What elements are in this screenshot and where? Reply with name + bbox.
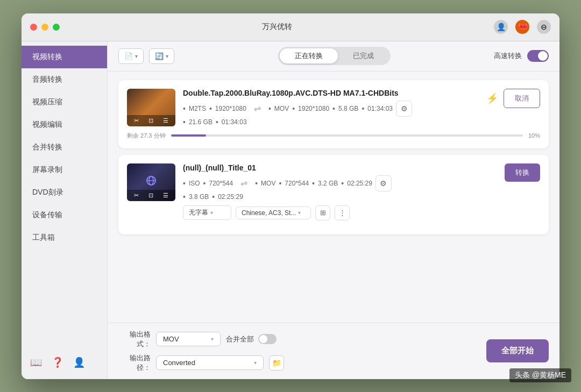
settings-button-2[interactable]: ⚙ xyxy=(375,175,392,191)
merge-label: 合并全部 xyxy=(226,334,254,344)
sidebar-item-device-transfer[interactable]: 设备传输 xyxy=(22,204,107,226)
speed-label: 高速转换 xyxy=(494,51,522,61)
file-2-actions: 转换 xyxy=(505,163,540,182)
sidebar-item-merge-convert[interactable]: 合并转换 xyxy=(22,136,107,159)
merge-toggle-area: 合并全部 xyxy=(226,334,277,344)
help-icon[interactable]: ❓ xyxy=(52,357,63,368)
subtitle-more-btn[interactable]: ⋮ xyxy=(335,205,350,220)
tab-completed[interactable]: 已完成 xyxy=(338,48,389,63)
file-2-src-meta2: • 3.8 GB • 02:25:29 xyxy=(183,193,497,201)
convert-button-2[interactable]: 转换 xyxy=(505,163,540,182)
film-icon xyxy=(143,174,159,190)
format-label: 输出格式： xyxy=(118,330,151,349)
book-icon[interactable]: 📖 xyxy=(30,357,42,368)
crop-icon-2[interactable]: ⊡ xyxy=(148,192,153,199)
sidebar-item-screen-record[interactable]: 屏幕录制 xyxy=(22,159,107,181)
sidebar-item-video-compress[interactable]: 视频压缩 xyxy=(22,91,107,113)
file-1-src-meta2: • 21.6 GB • 01:34:03 xyxy=(183,118,479,126)
gift-icon[interactable]: 🎀 xyxy=(515,20,529,34)
file-1-info: Double.Tap.2000.BluRay.1080p.AVC.DTS-HD … xyxy=(183,89,479,126)
sidebar: 视频转换 音频转换 视频压缩 视频编辑 合并转换 屏幕录制 DVD刻录 设备传输… xyxy=(22,41,108,379)
account-icon[interactable]: 👤 xyxy=(73,357,85,368)
file-card-1-top: ✂ ⊡ ☰ Double.Tap.2000.BluRay.1080p.AVC.D… xyxy=(127,89,540,126)
file-1-src-duration: 01:34:03 xyxy=(222,118,247,126)
effects-icon-2[interactable]: ☰ xyxy=(163,192,168,199)
sidebar-item-dvd-burn[interactable]: DVD刻录 xyxy=(22,181,107,204)
file-2-src-duration: 02:25:29 xyxy=(218,193,243,201)
refresh-arrow: ▾ xyxy=(166,53,168,59)
file-1-progress-bar xyxy=(171,134,523,137)
file-1-src-meta: • M2TS • 1920*1080 ⇌ • MOV • 1920*1080 • xyxy=(183,101,479,117)
file-2-dest-duration: 02:25:29 xyxy=(347,180,372,187)
audio-select[interactable]: Chinese, AC3, St... ▾ xyxy=(236,206,311,219)
path-arrow: ▾ xyxy=(254,360,257,366)
sidebar-item-toolbox[interactable]: 工具箱 xyxy=(22,226,107,249)
path-select[interactable]: Converted ▾ xyxy=(156,355,264,370)
file-1-progress-fill xyxy=(171,134,206,137)
subtitle-value: 无字幕 xyxy=(189,208,208,217)
file-1-dest-duration: 01:34:03 xyxy=(367,105,393,112)
speed-toggle[interactable] xyxy=(527,50,549,62)
subtitle-arrow: ▾ xyxy=(210,210,213,216)
file-card-2: ✂ ⊡ ☰ (null)_(null)_Title_01 • ISO • xyxy=(118,155,549,234)
user-icon[interactable]: 👤 xyxy=(494,20,508,34)
cut-icon[interactable]: ✂ xyxy=(134,117,139,124)
add-file-button[interactable]: 📄 ▾ xyxy=(118,48,144,64)
subtitle-edit-btn[interactable]: ⊞ xyxy=(315,205,330,220)
settings-button-1[interactable]: ⚙ xyxy=(396,101,412,117)
file-2-src-meta: • ISO • 720*544 ⇌ • MOV • 720*544 • 3.2 xyxy=(183,175,497,191)
crop-icon[interactable]: ⊡ xyxy=(148,117,153,124)
tab-container: 正在转换 已完成 xyxy=(278,47,391,65)
merge-toggle-knob xyxy=(259,335,267,343)
format-value: MOV xyxy=(163,335,179,343)
merge-toggle[interactable] xyxy=(258,334,277,344)
close-button[interactable] xyxy=(30,24,37,31)
thumbnail-1: ✂ ⊡ ☰ xyxy=(127,89,175,126)
sidebar-item-video-edit[interactable]: 视频编辑 xyxy=(22,113,107,136)
cancel-button-1[interactable]: 取消 xyxy=(504,89,540,108)
thumbnail-1-tools: ✂ ⊡ ☰ xyxy=(127,115,175,126)
cut-icon-2[interactable]: ✂ xyxy=(134,192,139,199)
path-value: Converted xyxy=(163,359,195,367)
traffic-lights xyxy=(30,24,60,31)
path-label: 输出路径： xyxy=(118,353,151,373)
file-2-src-format: ISO xyxy=(189,180,200,187)
sidebar-item-video-convert[interactable]: 视频转换 xyxy=(22,46,107,68)
format-select[interactable]: MOV ▾ xyxy=(156,332,221,346)
file-2-dest-format: MOV xyxy=(261,180,275,187)
file-1-dest-size: 5.8 GB xyxy=(338,105,358,112)
file-1-dest-resolution: 1920*1080 xyxy=(298,105,329,112)
add-folder-button[interactable]: 🔄 ▾ xyxy=(149,48,174,64)
tab-converting[interactable]: 正在转换 xyxy=(280,48,338,63)
sidebar-item-audio-convert[interactable]: 音频转换 xyxy=(22,68,107,91)
bottom-bar: 输出格式： MOV ▾ 合并全部 输出路径： xyxy=(108,323,559,379)
arrow-icon-1: ⇌ xyxy=(250,103,265,113)
bottom-row: 输出格式： MOV ▾ 合并全部 输出路径： xyxy=(118,330,476,373)
toolbar-right: 高速转换 xyxy=(494,50,549,62)
minimize-button[interactable] xyxy=(41,24,48,31)
file-1-progress-percent: 10% xyxy=(528,132,540,139)
file-2-dest-size: 3.2 GB xyxy=(318,180,338,187)
audio-value: Chinese, AC3, St... xyxy=(242,209,296,217)
file-1-src-format: M2TS xyxy=(189,105,206,112)
toggle-knob xyxy=(538,51,548,61)
file-1-src-size: 21.6 GB xyxy=(189,118,212,126)
toolbar-left: 📄 ▾ 🔄 ▾ xyxy=(118,48,174,64)
start-all-button[interactable]: 全部开始 xyxy=(486,339,549,362)
audio-arrow: ▾ xyxy=(298,210,301,216)
format-field: 输出格式： MOV ▾ 合并全部 xyxy=(118,330,476,349)
arrow-icon-2: ⇌ xyxy=(236,178,252,188)
refresh-icon: 🔄 xyxy=(155,52,164,60)
file-2-subtitle-row: 无字幕 ▾ Chinese, AC3, St... ▾ ⊞ ⋮ xyxy=(183,205,497,220)
folder-browse-button[interactable]: 📁 xyxy=(269,355,284,370)
file-1-progress-row: 剩余 27.3 分钟 10% xyxy=(127,132,540,140)
maximize-button[interactable] xyxy=(53,24,60,31)
file-card-2-top: ✂ ⊡ ☰ (null)_(null)_Title_01 • ISO • xyxy=(127,163,540,220)
title-bar: 万兴优转 👤 🎀 ⊖ xyxy=(22,13,559,41)
sign-out-icon[interactable]: ⊖ xyxy=(537,20,551,34)
file-2-src-size: 3.8 GB xyxy=(189,193,209,201)
subtitle-select[interactable]: 无字幕 ▾ xyxy=(183,205,231,220)
effects-icon[interactable]: ☰ xyxy=(163,117,168,124)
toolbar: 📄 ▾ 🔄 ▾ 正在转换 已完成 高速转换 xyxy=(108,41,559,72)
file-2-src-resolution: 720*544 xyxy=(209,180,233,187)
